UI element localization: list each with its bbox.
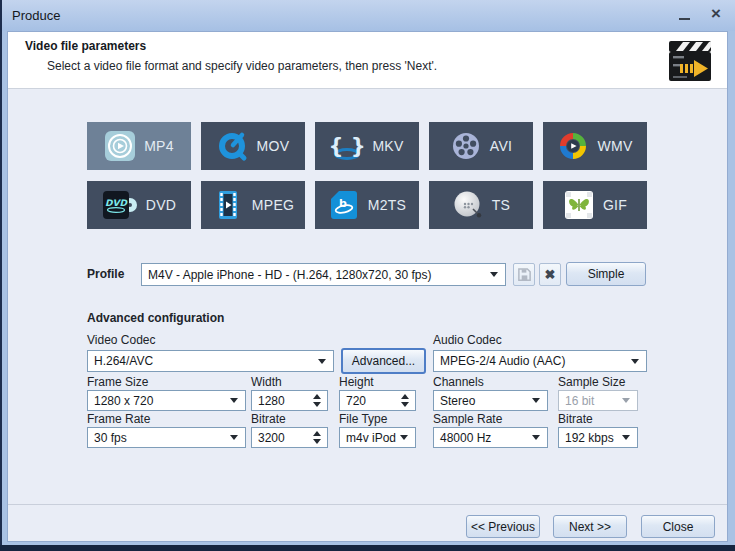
- sample-rate-select[interactable]: 48000 Hz: [433, 427, 548, 448]
- clapperboard-icon: [667, 40, 713, 86]
- video-bitrate-input[interactable]: 3200: [251, 427, 328, 448]
- sample-size-select: 16 bit: [558, 390, 638, 411]
- profile-label: Profile: [87, 267, 124, 281]
- dropdown-arrow-icon: [400, 435, 408, 440]
- advanced-button[interactable]: Advanced...: [341, 348, 426, 374]
- advanced-configuration-heading: Advanced configuration: [87, 311, 224, 325]
- ts-icon: [452, 189, 484, 221]
- audio-codec-label: Audio Codec: [433, 333, 502, 347]
- wmv-icon: [557, 130, 589, 162]
- next-button-label: Next >>: [569, 520, 611, 534]
- next-button[interactable]: Next >>: [553, 515, 627, 538]
- delete-icon: ✖: [545, 267, 556, 282]
- close-button[interactable]: ×: [705, 4, 727, 24]
- channels-label: Channels: [433, 375, 484, 389]
- format-label: WMV: [597, 138, 632, 154]
- format-label: M2TS: [368, 197, 407, 213]
- previous-button[interactable]: << Previous: [466, 515, 540, 538]
- format-m2ts-button[interactable]: b M2TS: [315, 181, 419, 229]
- dvd-icon: DVD: [102, 190, 138, 220]
- format-label: AVI: [490, 138, 512, 154]
- dropdown-arrow-icon: [490, 272, 498, 277]
- profile-select[interactable]: M4V - Apple iPhone - HD - (H.264, 1280x7…: [141, 263, 506, 286]
- format-label: MOV: [257, 138, 290, 154]
- dropdown-arrow-icon: [622, 435, 630, 440]
- window-title: Produce: [12, 8, 60, 23]
- svg-text:DVD: DVD: [105, 198, 128, 208]
- format-label: TS: [492, 197, 511, 213]
- audio-codec-select[interactable]: MPEG-2/4 Audio (AAC): [433, 350, 647, 372]
- audio-bitrate-select[interactable]: 192 kbps: [558, 427, 638, 448]
- file-type-select[interactable]: m4v iPod: [339, 427, 416, 448]
- dropdown-arrow-icon: [631, 359, 639, 364]
- produce-dialog: Produce × Video file parameters Select a…: [0, 0, 735, 551]
- page-title: Video file parameters: [25, 39, 146, 53]
- close-button-label: Close: [663, 520, 694, 534]
- format-label: MPEG: [252, 197, 294, 213]
- dropdown-arrow-icon: [622, 398, 630, 403]
- format-label: MP4: [144, 138, 174, 154]
- minimize-button[interactable]: [673, 4, 695, 24]
- footer-separator: [8, 504, 727, 505]
- gif-icon: [563, 189, 595, 221]
- format-label: DVD: [146, 197, 176, 213]
- format-ts-button[interactable]: TS: [429, 181, 533, 229]
- mp4-icon: [104, 130, 136, 162]
- previous-button-label: << Previous: [471, 520, 535, 534]
- width-label: Width: [251, 375, 282, 389]
- frame-size-select[interactable]: 1280 x 720: [87, 390, 246, 411]
- width-input[interactable]: 1280: [251, 390, 328, 411]
- minimize-icon: [679, 18, 690, 20]
- m2ts-icon: b: [328, 189, 360, 221]
- simple-button-label: Simple: [588, 267, 625, 281]
- dropdown-arrow-icon: [318, 359, 326, 364]
- height-spinner[interactable]: [397, 391, 413, 410]
- avi-icon: [450, 130, 482, 162]
- dropdown-arrow-icon: [230, 398, 238, 403]
- height-label: Height: [339, 375, 374, 389]
- save-icon: [517, 267, 532, 282]
- mkv-icon: { }: [330, 130, 364, 162]
- format-avi-button[interactable]: AVI: [429, 122, 533, 170]
- sample-size-label: Sample Size: [558, 375, 625, 389]
- simple-button[interactable]: Simple: [566, 262, 646, 286]
- window-edge: [0, 545, 735, 551]
- close-dialog-button[interactable]: Close: [641, 515, 715, 538]
- titlebar[interactable]: Produce ×: [2, 0, 735, 31]
- format-mpeg-button[interactable]: MPEG: [201, 181, 305, 229]
- svg-text:b: b: [339, 197, 347, 210]
- channels-select[interactable]: Stereo: [433, 390, 548, 411]
- format-label: MKV: [372, 138, 403, 154]
- frame-rate-label: Frame Rate: [87, 412, 150, 426]
- svg-text:{ }: { }: [330, 134, 364, 158]
- close-icon: ×: [711, 5, 721, 23]
- dropdown-arrow-icon: [532, 435, 540, 440]
- format-mov-button[interactable]: MOV: [201, 122, 305, 170]
- width-spinner[interactable]: [309, 391, 325, 410]
- dropdown-arrow-icon: [230, 435, 238, 440]
- delete-profile-button[interactable]: ✖: [539, 263, 561, 286]
- format-label: GIF: [603, 197, 627, 213]
- format-mkv-button[interactable]: { } MKV: [315, 122, 419, 170]
- format-gif-button[interactable]: GIF: [543, 181, 647, 229]
- bitrate-spinner[interactable]: [309, 428, 325, 447]
- frame-rate-select[interactable]: 30 fps: [87, 427, 246, 448]
- page-subtitle: Select a video file format and specify v…: [47, 59, 437, 73]
- dialog-body: Video file parameters Select a video fil…: [7, 31, 728, 542]
- frame-size-label: Frame Size: [87, 375, 148, 389]
- video-bitrate-label: Bitrate: [251, 412, 286, 426]
- format-dvd-button[interactable]: DVD DVD: [87, 181, 191, 229]
- mov-icon: [217, 130, 249, 162]
- format-wmv-button[interactable]: WMV: [543, 122, 647, 170]
- height-input[interactable]: 720: [339, 390, 416, 411]
- window-edge: [0, 0, 2, 551]
- format-mp4-button[interactable]: MP4: [87, 122, 191, 170]
- mpeg-icon: [212, 189, 244, 221]
- audio-bitrate-label: Bitrate: [558, 412, 593, 426]
- video-codec-select[interactable]: H.264/AVC: [87, 350, 334, 372]
- save-profile-button[interactable]: [513, 263, 535, 286]
- header: Video file parameters Select a video fil…: [8, 32, 727, 89]
- dropdown-arrow-icon: [532, 398, 540, 403]
- advanced-button-label: Advanced...: [352, 354, 415, 368]
- file-type-label: File Type: [339, 412, 387, 426]
